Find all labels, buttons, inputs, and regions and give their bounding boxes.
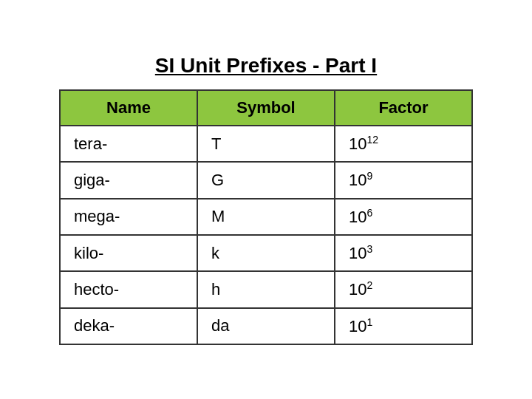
header-factor: Factor	[335, 90, 472, 126]
cell-symbol: T	[197, 126, 335, 162]
prefix-table: Name Symbol Factor tera-T1012giga-G109me…	[59, 89, 473, 345]
cell-name: giga-	[60, 162, 197, 198]
table-row: giga-G109	[60, 162, 472, 198]
cell-factor: 102	[335, 271, 472, 307]
header-symbol: Symbol	[197, 90, 335, 126]
cell-name: kilo-	[60, 235, 197, 271]
cell-symbol: h	[197, 271, 335, 307]
table-row: deka-da101	[60, 308, 472, 344]
table-row: kilo-k103	[60, 235, 472, 271]
cell-name: deka-	[60, 308, 197, 344]
cell-symbol: M	[197, 199, 335, 235]
table-header-row: Name Symbol Factor	[60, 90, 472, 126]
cell-name: mega-	[60, 199, 197, 235]
cell-symbol: k	[197, 235, 335, 271]
cell-factor: 101	[335, 308, 472, 344]
cell-name: hecto-	[60, 271, 197, 307]
cell-factor: 103	[335, 235, 472, 271]
cell-factor: 106	[335, 199, 472, 235]
header-name: Name	[60, 90, 197, 126]
cell-factor: 1012	[335, 126, 472, 162]
cell-symbol: G	[197, 162, 335, 198]
page-title: SI Unit Prefixes - Part I	[155, 54, 377, 78]
table-row: hecto-h102	[60, 271, 472, 307]
table-row: mega-M106	[60, 199, 472, 235]
cell-factor: 109	[335, 162, 472, 198]
cell-name: tera-	[60, 126, 197, 162]
cell-symbol: da	[197, 308, 335, 344]
table-row: tera-T1012	[60, 126, 472, 162]
